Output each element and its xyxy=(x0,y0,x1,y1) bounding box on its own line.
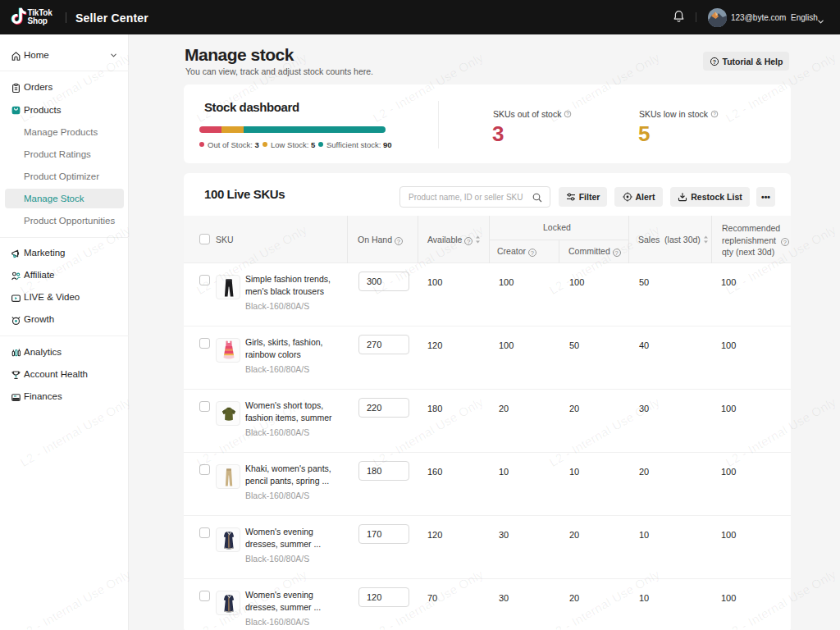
svg-text:?: ? xyxy=(712,58,715,64)
svg-text:?: ? xyxy=(567,112,570,116)
svg-text:?: ? xyxy=(713,112,716,116)
